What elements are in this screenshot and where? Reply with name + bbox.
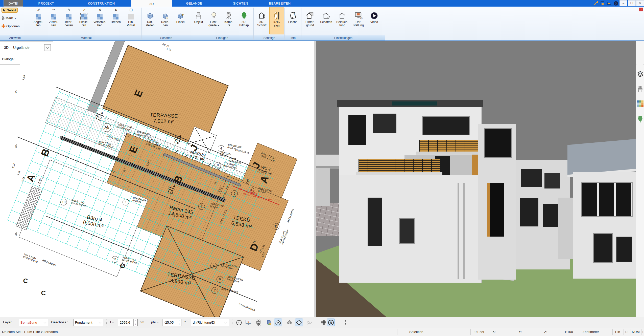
ribbon-button-verschieben[interactable]: ✥Verschie- ben — [91, 7, 108, 34]
ribbon-button-objekt[interactable]: Objekt — [191, 7, 206, 34]
optionen-button[interactable]: ✚ Optionen — [2, 23, 20, 29]
render-shape — [484, 128, 512, 158]
ribbon-button-kollision[interactable]: Kolli- sion — [269, 7, 284, 34]
play-icon — [370, 8, 378, 19]
material-assign-icon: ✏ — [51, 8, 56, 19]
tree-icon — [241, 8, 247, 19]
ribbon-group-einstellungen: Hinter- grund Schatten Beleuch- tung ⚙Da… — [302, 7, 385, 35]
render-shape — [316, 203, 339, 236]
right-sidebar — [636, 41, 644, 317]
help-icon[interactable]: ? — [612, 1, 619, 6]
ribbon-button-3d-schnitt[interactable]: 3D- Schnitt — [254, 7, 269, 34]
material-pick-icon: ✐ — [36, 8, 41, 19]
phi-input[interactable]: -25,05 ▲▼ — [162, 319, 181, 326]
layer-dropdown[interactable]: Bemaßung — [19, 319, 48, 326]
mark-button[interactable]: Mark. ▾ — [2, 16, 16, 20]
plane-icon[interactable] — [295, 319, 303, 326]
tab-projek t[interactable]: PROJEKT — [30, 0, 62, 7]
ribbon-button-beleuchtung[interactable]: Beleuch- tung — [334, 7, 350, 34]
status-state: Ein — [615, 330, 620, 334]
tab-datei[interactable]: DATEI — [4, 0, 23, 7]
render-shape — [373, 114, 396, 133]
status-separator — [516, 329, 516, 335]
selekt-button[interactable]: Selekt — [2, 8, 18, 13]
length-input[interactable]: 2569,6 ▲▼ — [118, 319, 138, 326]
ribbon-button-hin-pinsel[interactable]: ❏Hin. Pinsel — [123, 7, 138, 34]
plants-icon[interactable] — [636, 115, 644, 123]
status-separator — [631, 329, 631, 335]
storey-dropdown[interactable]: Fundament — [73, 319, 103, 326]
ribbon-group-caption: Einstellungen — [302, 35, 385, 40]
status-mode: Selektion — [409, 330, 423, 334]
ribbon-button-pinsel[interactable]: Pinsel — [173, 7, 188, 34]
ribbon-button-zuweisen[interactable]: ✏Zuwei- sen — [46, 7, 61, 34]
ribbon-button-darstellen[interactable]: Dar- stellen — [142, 7, 158, 34]
2d-plan-viewport[interactable]: TERRASSE 7,012 m²AUFZUG 0,101 m²WC 2 2,4… — [0, 41, 314, 317]
material-rotate-icon: ↻ — [113, 8, 118, 19]
3d-render-viewport[interactable] — [316, 41, 636, 317]
ribbon-button-darstellung[interactable]: ⚙Dar- stellung — [350, 7, 367, 34]
grip-icon[interactable] — [342, 319, 349, 326]
ribbon-button-skalieren[interactable]: ↗Skalie- ren — [76, 7, 91, 34]
tab-bearbeiten[interactable]: BEARBEITEN — [263, 0, 297, 7]
ribbon-button-3d-bitmap[interactable]: 3D- Bitmap — [236, 7, 252, 34]
tab-gelaende[interactable]: GELÄNDE — [178, 0, 210, 7]
grid-icon[interactable] — [319, 319, 327, 326]
restore-button[interactable]: ❐ — [628, 0, 636, 6]
chevron-down-icon: ▾ — [15, 17, 16, 19]
layers-icon[interactable] — [636, 70, 644, 78]
minimize-button[interactable]: – — [619, 0, 627, 6]
roof-icon[interactable] — [274, 319, 282, 326]
storey-label: Geschoss : — [51, 320, 68, 324]
ribbon-button-hintergrund[interactable]: Hinter- grund — [302, 7, 318, 34]
svg-text:N: N — [330, 321, 332, 324]
plan-label: STAHLTRÄGER — [238, 303, 256, 312]
ribbon-button-bearbeiten[interactable]: ✎Bear- beiten — [61, 7, 76, 34]
layout-icon[interactable] — [606, 1, 612, 6]
selekt-label: Selekt — [7, 8, 16, 12]
hatch-roof-icon[interactable] — [285, 319, 293, 326]
plan-label: A — [24, 172, 37, 183]
close-button[interactable]: ✕ — [636, 0, 644, 6]
ribbon-button-flaeche[interactable]: ?Fläche — [285, 7, 300, 34]
furniture-icon[interactable] — [636, 85, 644, 93]
view-mode-dropdown[interactable] — [44, 44, 51, 51]
ribbon-button-rechnen[interactable]: Rech- nen — [158, 7, 173, 34]
dialog-label: Dialoge: — [2, 57, 15, 61]
camera-icon[interactable] — [255, 319, 263, 326]
ribbon-button-drehen[interactable]: ↻Drehen — [108, 7, 123, 34]
document-close-button[interactable]: x — [639, 8, 643, 11]
arrange-windows-icon[interactable] — [599, 1, 606, 6]
direction-dropdown[interactable]: dl (Richtung/Di — [191, 319, 229, 326]
spinner-arrows[interactable]: ▲▼ — [133, 319, 137, 326]
ribbon-button-abgreifen[interactable]: ✐Abgrei- fen — [31, 7, 46, 34]
svg-text:?: ? — [615, 2, 617, 5]
ribbon-button-schatten-einst[interactable]: Schatten — [318, 7, 334, 34]
north-icon[interactable]: N — [327, 319, 335, 326]
ribbon-group-caption: Info — [285, 35, 301, 40]
ribbon-button-kamera[interactable]: Kame- ra — [221, 7, 236, 34]
material-edit-icon: ✎ — [66, 8, 71, 19]
preview-icon[interactable]: ★ — [244, 319, 252, 326]
viewport-splitter[interactable] — [314, 41, 316, 317]
ribbon-separator — [385, 8, 385, 40]
ribbon-group-caption: Schatten — [142, 35, 190, 40]
tab-sichten[interactable]: SICHTEN — [224, 0, 257, 7]
ribbon-button-video[interactable]: Video — [367, 7, 382, 34]
textures-icon[interactable] — [265, 319, 273, 326]
bottom-toolbar: Layer : Bemaßung Geschoss : Fundament l … — [0, 317, 644, 328]
chevron-down-icon — [46, 46, 49, 49]
clock-icon[interactable] — [235, 319, 243, 326]
ribbon-group-caption: Einfügen — [191, 35, 253, 40]
ribbon-separator — [301, 8, 301, 40]
ribbon-button-lichtquelle[interactable]: Licht- quelle ▾ — [206, 7, 221, 34]
status-separator — [470, 329, 471, 335]
ribbon-separator — [30, 8, 30, 40]
view-mode-value: Urgelände — [13, 46, 30, 50]
render-shape — [399, 218, 415, 244]
spinner-arrows[interactable]: ▲▼ — [177, 319, 181, 326]
tab-konstruktion[interactable]: KONSTRUKTION — [83, 0, 119, 7]
materials-icon[interactable] — [636, 99, 644, 108]
tools-icon[interactable] — [593, 1, 599, 6]
freehand-icon[interactable] — [305, 319, 313, 326]
